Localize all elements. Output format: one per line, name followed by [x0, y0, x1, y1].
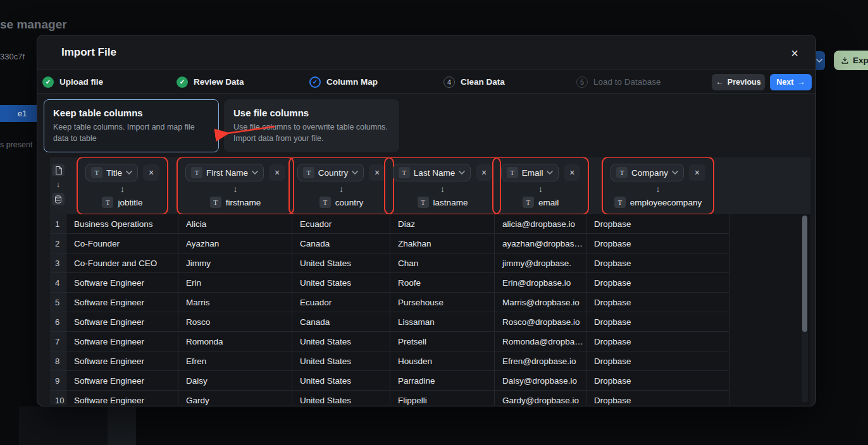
row-number: 7: [50, 332, 66, 351]
cell-email: Daisy@dropbase.io: [495, 371, 586, 391]
remove-mapping-icon[interactable]: ×: [476, 164, 492, 181]
remove-mapping-icon[interactable]: ×: [564, 164, 580, 181]
table-column-select[interactable]: T Email: [501, 164, 559, 181]
remove-mapping-icon[interactable]: ×: [689, 164, 705, 181]
cell-email: Romonda@dropba…: [495, 332, 586, 351]
map-arrow-icon: ↓: [339, 185, 344, 193]
table-row[interactable]: 4 Software Engineer Erin United States R…: [50, 273, 810, 293]
table-column-name: Email: [522, 168, 543, 178]
right-arrow-icon: →: [797, 78, 805, 87]
table-row[interactable]: 10 Software Engineer Gardy United States…: [50, 391, 810, 405]
option-description: Use file columns to overwrite table colu…: [233, 121, 390, 144]
cell-country: United States: [292, 273, 390, 293]
download-icon: [841, 56, 849, 64]
table-row[interactable]: 6 Software Engineer Rosco Canada Lissama…: [50, 312, 810, 332]
row-filler: [729, 351, 810, 371]
cell-last-name: Housden: [390, 351, 495, 371]
text-type-icon: T: [399, 167, 410, 178]
preview-table: ↓ T Title × ↓: [50, 157, 810, 405]
cell-title: Business Operations: [66, 214, 178, 234]
cell-company: Dropbase: [586, 253, 729, 273]
cell-first-name: Marris: [178, 293, 292, 312]
cell-last-name: Diaz: [390, 214, 495, 234]
text-type-icon: T: [418, 197, 429, 208]
close-icon[interactable]: ×: [785, 44, 804, 63]
table-column-select[interactable]: T Company: [611, 164, 684, 181]
step-label: Column Map: [326, 77, 378, 87]
database-icon[interactable]: [52, 193, 65, 205]
cell-email: ayazhan@dropbas…: [495, 234, 586, 253]
table-column-name: Title: [106, 168, 122, 178]
table-row[interactable]: 8 Software Engineer Efren United States …: [50, 351, 810, 371]
cell-last-name: Pursehouse: [390, 293, 495, 312]
row-filler: [729, 253, 810, 273]
row-filler: [729, 371, 810, 391]
table-row[interactable]: 3 Co-Founder and CEO Jimmy United States…: [50, 253, 810, 273]
step-column-map[interactable]: ✓ Column Map: [309, 70, 378, 94]
cell-title: Co-Founder: [66, 234, 178, 253]
table-row[interactable]: 5 Software Engineer Marris Ecuador Purse…: [50, 293, 810, 312]
table-column-select[interactable]: T Title: [85, 164, 138, 181]
cell-company: Dropbase: [586, 351, 729, 371]
header-tools-column: ↓: [50, 157, 66, 214]
table-row[interactable]: 2 Co-Founder Ayazhan Canada Zhakhan ayaz…: [50, 234, 810, 253]
row-number: 4: [50, 273, 66, 293]
cell-email: Marris@dropbase.io: [495, 293, 586, 312]
export-button[interactable]: Export: [834, 51, 868, 70]
column-map-cell-title: T Title × ↓ T jobtitle: [66, 157, 178, 214]
cell-company: Dropbase: [586, 391, 729, 405]
cell-country: Ecuador: [292, 214, 390, 234]
sidebar-selected-item[interactable]: e1: [0, 105, 37, 122]
cell-first-name: Efren: [178, 351, 292, 371]
cell-last-name: Pretsell: [390, 332, 495, 351]
step-complete-check-icon: ✓: [177, 76, 188, 88]
vertical-scrollbar-thumb[interactable]: [802, 216, 807, 332]
previous-button[interactable]: ← Previous: [712, 74, 765, 90]
option-keep-table-columns[interactable]: Keep table columns Keep table columns. I…: [44, 99, 219, 152]
left-arrow-icon: ←: [716, 78, 724, 87]
previous-button-label: Previous: [728, 78, 761, 87]
modal-header: Import File ×: [37, 35, 815, 70]
table-column-select[interactable]: T Country: [297, 164, 364, 181]
map-arrow-icon: ↓: [233, 185, 238, 193]
table-column-name: Country: [318, 168, 348, 178]
step-review-data[interactable]: ✓ Review Data: [177, 70, 244, 94]
step-current-check-icon: ✓: [309, 76, 321, 88]
table-row[interactable]: 1 Business Operations Alicia Ecuador Dia…: [50, 214, 810, 234]
text-type-icon: T: [303, 167, 314, 178]
file-column-name: jobtitle: [118, 198, 142, 207]
map-arrow-icon: ↓: [538, 185, 543, 193]
text-type-icon: T: [319, 197, 331, 208]
cell-country: United States: [292, 391, 390, 405]
table-column-select[interactable]: T Last Name: [393, 164, 471, 181]
cell-first-name: Daisy: [178, 371, 292, 391]
step-label: Upload file: [59, 77, 103, 87]
remove-mapping-icon[interactable]: ×: [369, 164, 385, 181]
step-upload-file[interactable]: ✓ Upload file: [42, 70, 103, 94]
next-button-label: Next: [776, 78, 793, 87]
chevron-down-icon: [459, 171, 465, 174]
option-use-file-columns[interactable]: Use file columns Use file columns to ove…: [224, 99, 399, 152]
sidebar-selected-item-label: e1: [18, 109, 27, 118]
table-row[interactable]: 7 Software Engineer Romonda United State…: [50, 332, 810, 351]
row-number: 9: [50, 371, 66, 391]
remove-mapping-icon[interactable]: ×: [143, 164, 159, 181]
modal-title: Import File: [61, 46, 116, 59]
step-clean-data[interactable]: 4 Clean Data: [443, 70, 505, 94]
background-column-strip: [108, 406, 136, 445]
next-button[interactable]: Next →: [770, 74, 812, 90]
cell-company: Dropbase: [586, 371, 729, 391]
remove-mapping-icon[interactable]: ×: [269, 164, 285, 181]
cell-first-name: Gardy: [178, 391, 292, 405]
table-column-select[interactable]: T First Name: [185, 164, 264, 181]
cell-country: Canada: [292, 312, 390, 332]
step-label: Review Data: [194, 77, 244, 87]
cell-last-name: Chan: [390, 253, 495, 273]
table-row[interactable]: 9 Software Engineer Daisy United States …: [50, 371, 810, 391]
cell-company: Dropbase: [586, 332, 729, 351]
row-filler: [729, 332, 810, 351]
column-map-cell-country: T Country × ↓ T country: [292, 157, 390, 214]
step-load-to-database[interactable]: 5 Load to Database: [576, 70, 661, 94]
cell-first-name: Erin: [178, 273, 292, 293]
file-icon[interactable]: [52, 164, 65, 176]
